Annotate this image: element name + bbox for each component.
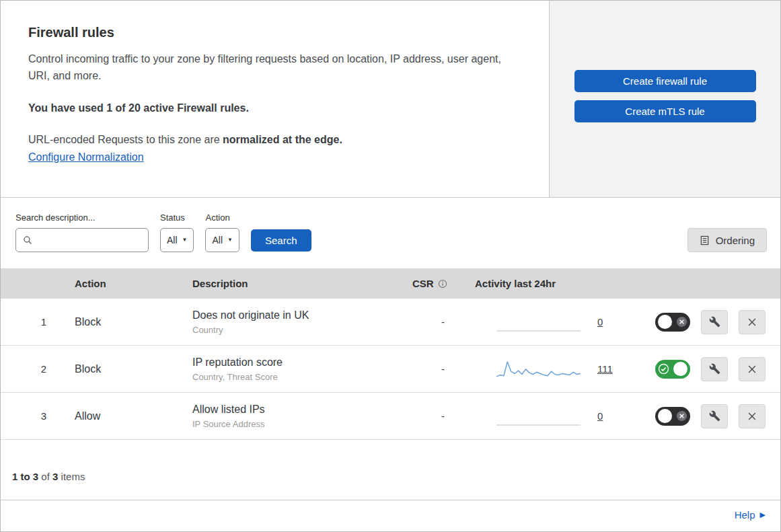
rule-criteria: IP Source Address (192, 419, 404, 429)
ordering-button[interactable]: Ordering (687, 228, 767, 252)
toggle-knob (658, 409, 672, 423)
x-circle-icon (676, 410, 687, 422)
rule-description: IP reputation score (192, 356, 404, 369)
action-column-header: Action (65, 278, 182, 289)
create-firewall-rule-button[interactable]: Create firewall rule (574, 70, 756, 92)
rule-activity-cell: 0 (468, 405, 640, 428)
edit-rule-button[interactable] (701, 310, 728, 334)
close-icon (747, 317, 757, 328)
rule-csr-value: - (404, 363, 468, 375)
search-input[interactable] (37, 235, 141, 245)
activity-sparkline (496, 405, 581, 428)
rule-csr-value: - (404, 410, 468, 422)
search-box (15, 228, 149, 252)
rule-description-cell: Does not originate in UK Country (182, 309, 404, 335)
search-icon (23, 235, 32, 245)
normalization-bold-text: normalized at the edge. (223, 134, 342, 145)
wrench-icon (709, 363, 720, 375)
chevron-down-icon: ▼ (227, 237, 233, 243)
edit-rule-button[interactable] (701, 404, 728, 428)
items-total: 3 (52, 471, 58, 482)
activity-count-link[interactable]: 0 (597, 316, 603, 328)
activity-count-link[interactable]: 111 (597, 363, 613, 375)
wrench-icon (709, 410, 720, 422)
rule-priority: 3 (1, 410, 65, 422)
rule-csr-value: - (404, 316, 468, 328)
page-title: Firewall rules (28, 25, 522, 40)
ordering-list-icon (700, 235, 710, 245)
csr-column-header: CSR (404, 278, 468, 289)
intro-panel: Firewall rules Control incoming traffic … (1, 1, 549, 197)
table-row: 2 Block IP reputation score Country, Thr… (1, 346, 780, 393)
create-mtls-rule-button[interactable]: Create mTLS rule (574, 100, 756, 122)
rule-controls (640, 357, 780, 381)
normalization-note: URL-encoded Requests to this zone are no… (28, 134, 522, 146)
header-section: Firewall rules Control incoming traffic … (1, 1, 780, 198)
page-description: Control incoming traffic to your zone by… (28, 51, 519, 85)
configure-normalization-link[interactable]: Configure Normalization (28, 151, 144, 163)
action-filter-label: Action (205, 213, 239, 223)
action-select-value: All (212, 235, 223, 245)
items-count: 1 to 3 of 3 items (1, 440, 780, 496)
csr-header-label: CSR (412, 278, 434, 289)
help-link[interactable]: Help ▶ (735, 509, 766, 521)
help-row: Help ▶ (1, 500, 780, 531)
toggle-knob (658, 315, 672, 329)
help-link-label: Help (735, 509, 755, 521)
rule-description: Allow listed IPs (192, 404, 404, 416)
actions-panel: Create firewall rule Create mTLS rule (549, 1, 780, 197)
activity-count-link[interactable]: 0 (597, 410, 603, 422)
rule-activity-cell: 0 (468, 311, 640, 334)
rule-description: Does not originate in UK (192, 309, 404, 321)
delete-rule-button[interactable] (739, 357, 766, 381)
rule-action: Allow (65, 410, 182, 422)
normalization-text: URL-encoded Requests to this zone are (28, 134, 223, 145)
info-icon[interactable] (438, 279, 447, 289)
activity-column-header: Activity last 24hr (468, 278, 640, 289)
status-filter-group: Status All ▼ (160, 213, 194, 252)
activity-sparkline (496, 358, 581, 381)
items-of-label: of (41, 471, 50, 482)
edit-rule-button[interactable] (701, 357, 728, 381)
search-button[interactable]: Search (251, 229, 311, 252)
table-row: 1 Block Does not originate in UK Country… (1, 299, 780, 346)
ordering-button-label: Ordering (716, 235, 755, 246)
rule-activity-cell: 111 (468, 358, 640, 381)
action-filter-group: Action All ▼ (205, 213, 239, 252)
rule-description-cell: IP reputation score Country, Threat Scor… (182, 356, 404, 382)
action-select[interactable]: All ▼ (205, 228, 239, 252)
delete-rule-button[interactable] (739, 404, 766, 428)
rule-enabled-toggle[interactable] (655, 313, 690, 332)
rule-criteria: Country, Threat Score (192, 372, 404, 382)
toggle-knob (673, 362, 687, 376)
status-select-value: All (167, 235, 178, 245)
items-label: items (61, 471, 85, 482)
filter-bar: Search description... Status All ▼ Actio… (1, 198, 780, 268)
table-header-row: Action Description CSR Activity last 24h… (1, 268, 780, 299)
rule-controls (640, 404, 780, 428)
chevron-down-icon: ▼ (182, 237, 188, 243)
table-row: 3 Allow Allow listed IPs IP Source Addre… (1, 393, 780, 440)
firewall-rules-page: Firewall rules Control incoming traffic … (0, 0, 781, 532)
arrow-right-icon: ▶ (760, 511, 766, 519)
rule-priority: 1 (1, 316, 65, 328)
status-filter-label: Status (160, 213, 194, 223)
search-group: Search description... (15, 213, 149, 252)
description-column-header: Description (182, 278, 404, 289)
rule-criteria: Country (192, 325, 404, 335)
rule-enabled-toggle[interactable] (655, 407, 690, 426)
delete-rule-button[interactable] (739, 310, 766, 334)
activity-sparkline (496, 311, 581, 334)
rule-action: Block (65, 316, 182, 328)
close-icon (747, 364, 757, 375)
search-label: Search description... (15, 213, 149, 223)
usage-summary: You have used 1 of 20 active Firewall ru… (28, 102, 522, 114)
rule-controls (640, 310, 780, 334)
status-select[interactable]: All ▼ (160, 228, 194, 252)
check-circle-icon (658, 363, 669, 375)
items-range: 1 to 3 (12, 471, 38, 482)
rule-priority: 2 (1, 363, 65, 375)
rule-enabled-toggle[interactable] (655, 360, 690, 379)
rule-action: Block (65, 363, 182, 375)
x-circle-icon (676, 316, 687, 328)
